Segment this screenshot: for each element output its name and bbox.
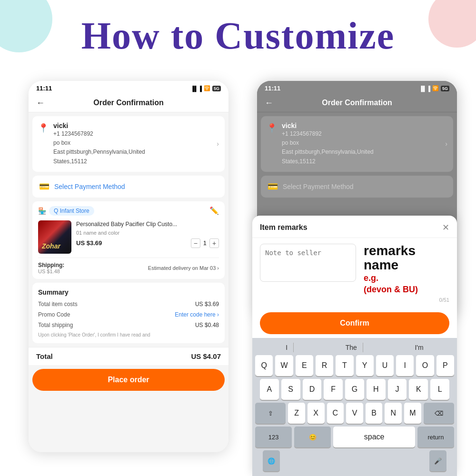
network-badge-left: 5G <box>212 86 221 91</box>
total-label: Total <box>36 352 53 360</box>
key-k[interactable]: K <box>409 379 428 400</box>
qty-decrease[interactable]: − <box>191 238 200 248</box>
shift-key[interactable]: ⇧ <box>255 403 286 424</box>
payment-label-right: Select Payment Method <box>283 183 354 190</box>
promo-value[interactable]: Enter code here › <box>175 311 219 318</box>
signal-icon-right: ▐▌▐ <box>419 86 430 91</box>
key-n[interactable]: N <box>385 403 402 424</box>
kb-row-2: A S D F G H J K L <box>253 379 456 400</box>
product-variant: 01 name and color <box>76 230 219 236</box>
place-order-button[interactable]: Place order <box>32 369 225 391</box>
payment-icon: 💳 <box>39 181 50 192</box>
remarks-name-label: remarks name <box>364 244 449 273</box>
summary-title: Summary <box>38 288 219 296</box>
key-e[interactable]: E <box>296 355 313 376</box>
delete-key[interactable]: ⌫ <box>424 403 454 424</box>
payment-row-left[interactable]: 💳 Select Payment Method <box>32 176 225 198</box>
status-bar-right: 11:11 ▐▌▐ 🛜 5G <box>257 81 457 94</box>
key-p[interactable]: P <box>436 355 454 376</box>
nav-bar-right: ← Order Confirmation <box>257 94 457 112</box>
key-u[interactable]: U <box>376 355 394 376</box>
status-icons-right: ▐▌▐ 🛜 5G <box>419 85 449 91</box>
payment-label: Select Payment Method <box>54 183 125 190</box>
key-f[interactable]: F <box>324 379 343 400</box>
network-badge-right: 5G <box>441 86 449 91</box>
key-b[interactable]: B <box>366 403 383 424</box>
edit-icon[interactable]: ✏️ <box>209 206 219 215</box>
address-line3: States,15112 <box>53 157 212 166</box>
summary-row-promo[interactable]: Promo Code Enter code here › <box>38 311 219 318</box>
key-w[interactable]: W <box>275 355 293 376</box>
shipping-label: Shipping: <box>38 262 64 268</box>
address-chevron-right: › <box>445 140 447 148</box>
address-row-right: 📍 vicki +1 1234567892 po box East pittsb… <box>267 122 447 166</box>
key-h[interactable]: H <box>367 379 386 400</box>
key-i[interactable]: I <box>396 355 414 376</box>
nav-title-right: Order Confirmation <box>322 99 392 107</box>
shipping-left: Shipping: US $1.48 <box>38 262 64 274</box>
summary-note: Upon clicking 'Place Order', I confirm I… <box>38 332 219 337</box>
suggest-the[interactable]: The <box>340 343 363 352</box>
key-c[interactable]: C <box>327 403 344 424</box>
remarks-header: Item remarks ✕ <box>252 216 457 238</box>
product-image: Zohar <box>38 220 71 254</box>
status-bar-left: 11:11 ▐▌▐ 🛜 5G <box>29 81 228 94</box>
remarks-input-row: remarks name e.g. (devon & BU) <box>260 244 449 295</box>
key-j[interactable]: J <box>388 379 407 400</box>
key-x[interactable]: X <box>307 403 325 424</box>
suggest-i[interactable]: I <box>280 343 294 352</box>
kb-suggestions: I The I'm <box>253 341 456 355</box>
address-card-left[interactable]: 📍 vicki +1 1234567892 po box East pittsb… <box>32 116 225 172</box>
product-price: US $3.69 <box>76 239 102 247</box>
key-q[interactable]: Q <box>255 355 273 376</box>
return-key[interactable]: return <box>417 426 454 447</box>
confirm-button[interactable]: Confirm <box>260 312 449 334</box>
key-y[interactable]: Y <box>356 355 374 376</box>
address-card-right[interactable]: 📍 vicki +1 1234567892 po box East pittsb… <box>261 116 453 172</box>
address-info-right: vicki +1 1234567892 po box East pittsbur… <box>282 122 440 166</box>
store-header: 🏪 Q Infant Store ✏️ <box>38 206 219 216</box>
total-shipping-label: Total shipping <box>38 322 73 328</box>
key-m[interactable]: M <box>404 403 421 424</box>
remarks-name-area: remarks name e.g. (devon & BU) <box>361 244 449 295</box>
product-info: Personalized Baby Pacifier Clip Custo...… <box>76 220 219 248</box>
qty-increase[interactable]: + <box>209 238 219 248</box>
key-g[interactable]: G <box>345 379 364 400</box>
kb-row-4: 123 😊 space return <box>253 426 456 447</box>
summary-section: Summary Total item costs US $3.69 Promo … <box>32 283 225 343</box>
key-a[interactable]: A <box>260 379 279 400</box>
item-costs-label: Total item costs <box>38 301 78 307</box>
time-right: 11:11 <box>265 85 280 92</box>
payment-row-right[interactable]: 💳 Select Payment Method <box>261 176 453 198</box>
product-name: Personalized Baby Pacifier Clip Custo... <box>76 220 219 228</box>
key-d[interactable]: D <box>303 379 322 400</box>
key-z[interactable]: Z <box>288 403 305 424</box>
space-key[interactable]: space <box>333 426 415 447</box>
suggest-im[interactable]: I'm <box>409 343 429 352</box>
remarks-input[interactable] <box>260 244 356 282</box>
globe-key[interactable]: 🌐 <box>263 450 280 471</box>
emoji-key[interactable]: 😊 <box>294 426 331 447</box>
store-icon: 🏪 <box>38 207 46 215</box>
address-phone: +1 1234567892 <box>53 129 212 139</box>
key-o[interactable]: O <box>416 355 434 376</box>
key-r[interactable]: R <box>316 355 333 376</box>
address-line1-right: po box <box>282 139 440 148</box>
wifi-icon-right: 🛜 <box>432 85 439 91</box>
product-img-label: Zohar <box>42 242 60 250</box>
kb-row-3: ⇧ Z X C V B N M ⌫ <box>253 403 456 424</box>
numbers-key[interactable]: 123 <box>255 426 292 447</box>
key-t[interactable]: T <box>336 355 353 376</box>
address-chevron: › <box>217 140 219 148</box>
back-button-right[interactable]: ← <box>265 98 273 108</box>
key-l[interactable]: L <box>430 379 449 400</box>
key-v[interactable]: V <box>346 403 363 424</box>
total-bar: Total US $4.07 <box>29 347 228 365</box>
phone-screen: 11:11 ▐▌▐ 🛜 5G ← Order Confirmation 📍 vi… <box>29 81 228 452</box>
back-button-left[interactable]: ← <box>36 98 45 108</box>
promo-label: Promo Code <box>38 311 70 318</box>
remarks-close-button[interactable]: ✕ <box>442 222 449 233</box>
key-s[interactable]: S <box>281 379 300 400</box>
mic-key[interactable]: 🎤 <box>429 450 446 471</box>
shipping-row: Shipping: US $1.48 Estimated delivery on… <box>38 258 219 274</box>
